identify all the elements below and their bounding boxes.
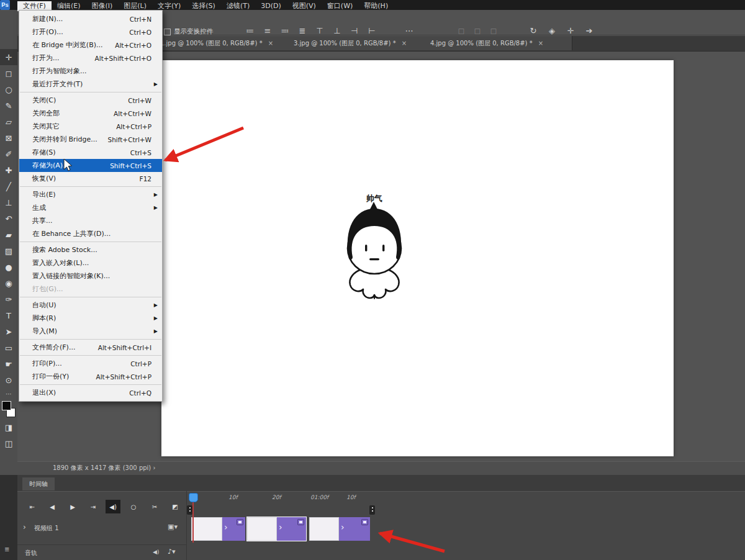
document-tab-2[interactable]: 3.jpg @ 100% (图层 0, RGB/8#) *× xyxy=(289,36,436,50)
workspace-icon-0[interactable]: ↻ xyxy=(526,26,540,35)
lasso-tool[interactable]: ○ xyxy=(0,81,17,97)
tab-close-icon[interactable]: × xyxy=(538,40,543,47)
file-menu-item[interactable]: 打包(G)... xyxy=(19,282,162,296)
file-menu-item[interactable]: 共享... xyxy=(19,214,162,227)
file-menu-item[interactable]: 退出(X)Ctrl+Q xyxy=(19,386,162,399)
document-tab-1[interactable]: 1.jpg @ 100% (图层 0, RGB/8#) *× xyxy=(155,36,299,50)
more-options-icon[interactable]: ⋯ xyxy=(402,26,416,35)
prev-frame-button[interactable]: ◀ xyxy=(45,500,60,513)
screen-mode-button[interactable]: ◫ xyxy=(0,435,17,451)
hand-tool[interactable]: ☛ xyxy=(0,356,17,372)
canvas-area[interactable] xyxy=(161,60,674,456)
align-icon-5[interactable]: ⊥ xyxy=(330,26,344,35)
audio-mute-icon[interactable]: ◀) xyxy=(153,549,159,555)
menubar-item-3DD[interactable]: 3D(D) xyxy=(255,1,287,11)
gradient-tool[interactable]: ▨ xyxy=(0,243,17,259)
first-frame-button[interactable]: ⇤ xyxy=(25,500,40,513)
frame-tool[interactable]: ⊠ xyxy=(0,130,17,146)
tab-close-icon[interactable]: × xyxy=(268,40,273,47)
file-menu-item[interactable]: 打开(O)...Ctrl+O xyxy=(19,25,162,38)
pen-tool[interactable]: ✑ xyxy=(0,291,17,307)
file-menu-item[interactable]: 在 Bridge 中浏览(B)...Alt+Ctrl+O xyxy=(19,38,162,52)
align-icon-0[interactable]: ≔ xyxy=(243,26,257,35)
zoom-tool[interactable]: ⊙ xyxy=(0,372,17,388)
file-menu-item[interactable]: 置入链接的智能对象(K)... xyxy=(19,269,162,282)
eyedropper-tool[interactable]: ✐ xyxy=(0,146,17,162)
file-menu-item[interactable]: 打开为...Alt+Shift+Ctrl+O xyxy=(19,52,162,65)
file-menu-item[interactable]: 存储(S)Ctrl+S xyxy=(19,146,162,159)
menubar-item-W[interactable]: 窗口(W) xyxy=(322,1,358,11)
brush-tool[interactable]: ╱ xyxy=(0,178,17,194)
color-swatches[interactable] xyxy=(0,399,17,419)
history-brush-tool[interactable]: ↶ xyxy=(0,210,17,227)
workspace-icon-1[interactable]: ◈ xyxy=(545,26,559,35)
rectangle-tool[interactable]: ▭ xyxy=(0,340,17,356)
file-menu-item[interactable]: 导出(E)▶ xyxy=(19,188,162,201)
play-button[interactable]: ▶ xyxy=(65,500,80,513)
file-menu-item[interactable]: 关闭全部Alt+Ctrl+W xyxy=(19,107,162,120)
blur-tool[interactable]: ● xyxy=(0,259,17,275)
file-menu-item[interactable]: 置入嵌入对象(L)... xyxy=(19,256,162,269)
file-menu-item[interactable]: 打开为智能对象... xyxy=(19,65,162,78)
crop-tool[interactable]: ▱ xyxy=(0,114,17,130)
document-size-status[interactable]: 1890 像素 x 1417 像素 (300 ppi) › xyxy=(53,464,155,472)
mute-audio-button[interactable]: ◀) xyxy=(106,500,120,513)
transition-button[interactable]: ◩ xyxy=(168,500,183,513)
work-area-end-handle[interactable] xyxy=(369,505,375,515)
file-menu-item[interactable]: 打印一份(Y)Alt+Shift+Ctrl+P xyxy=(19,370,162,383)
file-menu-item-save-as[interactable]: 存储为(A)...Shift+Ctrl+S xyxy=(19,159,162,172)
healing-brush-tool[interactable]: ✚ xyxy=(0,162,17,178)
show-transform-checkbox[interactable] xyxy=(164,29,171,35)
path-selection-tool[interactable]: ➤ xyxy=(0,323,17,340)
align-icon-2[interactable]: ≕ xyxy=(278,26,292,35)
document-tab-3[interactable]: 4.jpg @ 100% (图层 0, RGB/8#) *× xyxy=(425,36,572,50)
file-menu-item[interactable]: 脚本(R)▶ xyxy=(19,312,162,325)
file-menu-item[interactable]: 文件简介(F)...Alt+Shift+Ctrl+I xyxy=(19,341,162,354)
video-track-menu-icon[interactable]: ▣▾ xyxy=(168,523,178,531)
file-menu-item[interactable]: 在 Behance 上共享(D)... xyxy=(19,227,162,240)
workspace-icon-2[interactable]: ✛ xyxy=(564,26,577,35)
file-menu-item[interactable]: 导入(M)▶ xyxy=(19,325,162,338)
menubar-item-H[interactable]: 帮助(H) xyxy=(358,1,394,11)
split-clip-button[interactable]: ✂ xyxy=(147,500,162,513)
render-settings-button[interactable]: ○ xyxy=(126,500,141,513)
tab-close-icon[interactable]: × xyxy=(402,40,407,47)
dodge-tool[interactable]: ◉ xyxy=(0,275,17,291)
move-tool[interactable]: ✛ xyxy=(0,49,17,65)
eraser-tool[interactable]: ▰ xyxy=(0,227,17,243)
align-icon-7[interactable]: ⊢ xyxy=(365,26,379,35)
file-menu-item[interactable]: 打印(P)...Ctrl+P xyxy=(19,357,162,370)
file-menu-item[interactable]: 恢复(V)F12 xyxy=(19,172,162,185)
edit-toolbar-button[interactable]: ⋯ xyxy=(0,388,17,399)
quick-mask-button[interactable]: ◨ xyxy=(0,419,17,435)
file-menu-item[interactable]: 关闭(C)Ctrl+W xyxy=(19,94,162,107)
panel-menu-icon[interactable]: ≣ xyxy=(4,546,9,553)
workspace-icon-3[interactable]: ➔ xyxy=(582,26,596,35)
audio-track-menu-icon[interactable]: ♪▾ xyxy=(168,548,176,556)
clone-stamp-tool[interactable]: ⊥ xyxy=(0,194,17,210)
file-menu-item[interactable]: 生成▶ xyxy=(19,201,162,214)
menubar-item-T[interactable]: 滤镜(T) xyxy=(221,1,255,11)
foreground-color-swatch[interactable] xyxy=(2,401,11,410)
file-menu-item[interactable]: 关闭并转到 Bridge...Shift+Ctrl+W xyxy=(19,133,162,146)
align-icon-6[interactable]: ⊣ xyxy=(348,26,361,35)
rectangular-marquee-tool[interactable]: ◻ xyxy=(0,65,17,81)
video-clip-3[interactable]: › xyxy=(309,517,370,541)
file-menu-item[interactable]: 关闭其它Alt+Ctrl+P xyxy=(19,120,162,133)
menubar-item-S[interactable]: 选择(S) xyxy=(186,1,221,11)
align-icon-3[interactable]: ≣ xyxy=(296,26,309,35)
file-menu-item[interactable]: 新建(N)...Ctrl+N xyxy=(19,12,162,25)
next-frame-button[interactable]: ⇥ xyxy=(86,500,101,513)
work-area-start-handle[interactable] xyxy=(187,505,192,515)
file-menu-item[interactable]: 最近打开文件(T)▶ xyxy=(19,78,162,91)
menubar-item-V[interactable]: 视图(V) xyxy=(287,1,322,11)
timeline-tab[interactable]: 时间轴 xyxy=(22,477,55,490)
video-track-disclosure[interactable]: › xyxy=(23,523,26,531)
quick-selection-tool[interactable]: ✎ xyxy=(0,97,17,114)
file-menu-item[interactable]: 搜索 Adobe Stock... xyxy=(19,243,162,256)
file-menu-item[interactable]: 自动(U)▶ xyxy=(19,299,162,312)
video-clip-2[interactable]: › xyxy=(247,517,306,541)
type-tool[interactable]: T xyxy=(0,307,17,323)
align-icon-4[interactable]: ⊤ xyxy=(313,26,327,35)
align-icon-1[interactable]: ≡ xyxy=(261,26,274,35)
